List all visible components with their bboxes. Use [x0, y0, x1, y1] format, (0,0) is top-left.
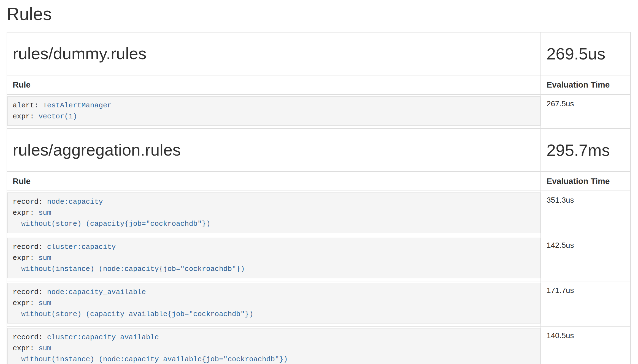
rule-group-file: rules/aggregation.rules — [13, 141, 535, 159]
rule-evaluation-time: 140.5us — [541, 326, 631, 364]
rule-text: alert: — [13, 101, 43, 110]
rule-definition: record: node:capacity_available expr: su… — [7, 283, 540, 324]
rule-row: alert: TestAlertManager expr: vector(1)2… — [7, 94, 631, 129]
rule-text: expr: — [13, 254, 39, 262]
rule-link[interactable]: sum — [39, 299, 52, 307]
evaluation-time-column-header: Evaluation Time — [541, 75, 631, 94]
rule-column-header: Rule — [7, 172, 541, 191]
rule-group-file-cell: rules/dummy.rules — [7, 32, 541, 75]
rule-link[interactable]: node:capacity_available — [47, 288, 146, 296]
rule-text: expr: — [13, 112, 39, 121]
rule-text: record: — [13, 198, 47, 206]
rule-group-header-row: rules/dummy.rules269.5us — [7, 32, 631, 75]
rule-link[interactable]: TestAlertManager — [43, 101, 112, 110]
rule-text: expr: — [13, 344, 39, 352]
rule-evaluation-time: 267.5us — [541, 94, 631, 129]
rule-row: record: cluster:capacity expr: sum witho… — [7, 236, 631, 281]
rule-text — [13, 220, 21, 228]
rule-row: record: node:capacity_available expr: su… — [7, 281, 631, 326]
rule-link[interactable]: without(store) (capacity_available{job="… — [21, 310, 253, 318]
rule-evaluation-time: 351.3us — [541, 191, 631, 236]
rules-page: Rules rules/dummy.rules269.5usRuleEvalua… — [0, 4, 638, 364]
rule-link[interactable]: sum — [39, 209, 52, 217]
rule-definition: record: cluster:capacity_available expr:… — [7, 328, 540, 364]
rule-text: expr: — [13, 299, 39, 307]
rule-cell: alert: TestAlertManager expr: vector(1) — [7, 94, 541, 129]
rule-text — [13, 265, 21, 273]
rule-link[interactable]: without(instance) (node:capacity_availab… — [21, 355, 288, 363]
rule-text — [13, 310, 21, 318]
rule-link[interactable]: vector(1) — [39, 112, 77, 121]
rule-link[interactable]: node:capacity — [47, 198, 103, 206]
rule-link[interactable]: sum — [39, 254, 52, 262]
rule-row: record: node:capacity expr: sum without(… — [7, 191, 631, 236]
rule-text: record: — [13, 243, 47, 251]
rule-text: expr: — [13, 209, 39, 217]
rule-link[interactable]: cluster:capacity_available — [47, 333, 159, 341]
rule-columns-header-row: RuleEvaluation Time — [7, 172, 631, 191]
rule-cell: record: cluster:capacity_available expr:… — [7, 326, 541, 364]
rule-group-evaluation-time: 295.7ms — [541, 129, 631, 172]
rule-evaluation-time: 142.5us — [541, 236, 631, 281]
rule-group-evaluation-time: 269.5us — [541, 32, 631, 75]
rule-group-file-cell: rules/aggregation.rules — [7, 129, 541, 172]
rule-text: record: — [13, 288, 47, 296]
rule-cell: record: node:capacity_available expr: su… — [7, 281, 541, 326]
rule-text — [13, 355, 21, 363]
page-title: Rules — [7, 4, 631, 24]
rule-definition: record: cluster:capacity expr: sum witho… — [7, 238, 540, 278]
rule-text: record: — [13, 333, 47, 341]
rule-column-header: Rule — [7, 75, 541, 94]
rule-link[interactable]: cluster:capacity — [47, 243, 116, 251]
rule-link[interactable]: without(store) (capacity{job="cockroachd… — [21, 220, 210, 228]
rule-evaluation-time: 171.7us — [541, 281, 631, 326]
rule-group-header-row: rules/aggregation.rules295.7ms — [7, 129, 631, 172]
rules-table: rules/dummy.rules269.5usRuleEvaluation T… — [7, 32, 631, 364]
rule-definition: alert: TestAlertManager expr: vector(1) — [7, 96, 540, 126]
rules-table-body: rules/dummy.rules269.5usRuleEvaluation T… — [7, 32, 631, 364]
rule-cell: record: node:capacity expr: sum without(… — [7, 191, 541, 236]
rule-group-file: rules/dummy.rules — [13, 45, 535, 63]
rule-columns-header-row: RuleEvaluation Time — [7, 75, 631, 94]
rule-cell: record: cluster:capacity expr: sum witho… — [7, 236, 541, 281]
rule-link[interactable]: sum — [39, 344, 52, 352]
evaluation-time-column-header: Evaluation Time — [541, 172, 631, 191]
rule-link[interactable]: without(instance) (node:capacity{job="co… — [21, 265, 245, 273]
rule-definition: record: node:capacity expr: sum without(… — [7, 192, 540, 233]
rule-row: record: cluster:capacity_available expr:… — [7, 326, 631, 364]
